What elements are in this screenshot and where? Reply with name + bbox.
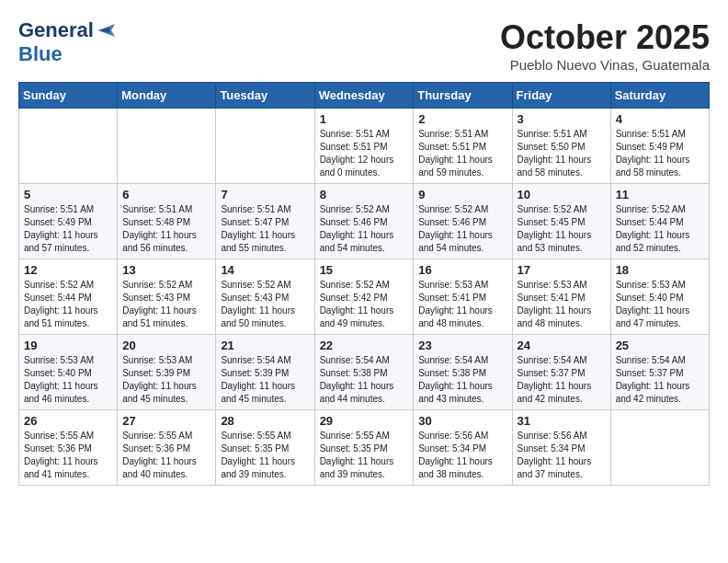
day-number: 4 <box>616 112 704 126</box>
calendar-week-row: 26Sunrise: 5:55 AM Sunset: 5:36 PM Dayli… <box>19 410 710 486</box>
day-number: 9 <box>418 188 506 201</box>
calendar-cell: 24Sunrise: 5:54 AM Sunset: 5:37 PM Dayli… <box>512 335 610 410</box>
calendar-cell: 4Sunrise: 5:51 AM Sunset: 5:49 PM Daylig… <box>610 109 709 184</box>
calendar-cell: 29Sunrise: 5:55 AM Sunset: 5:35 PM Dayli… <box>314 410 414 486</box>
day-info: Sunrise: 5:52 AM Sunset: 5:42 PM Dayligh… <box>320 279 409 330</box>
calendar-cell <box>610 410 709 486</box>
day-info: Sunrise: 5:55 AM Sunset: 5:36 PM Dayligh… <box>122 430 210 481</box>
calendar-header-wednesday: Wednesday <box>314 83 414 109</box>
day-info: Sunrise: 5:54 AM Sunset: 5:38 PM Dayligh… <box>418 354 506 406</box>
day-number: 6 <box>122 188 210 201</box>
calendar-header-monday: Monday <box>118 83 216 109</box>
day-info: Sunrise: 5:52 AM Sunset: 5:46 PM Dayligh… <box>320 203 409 255</box>
day-info: Sunrise: 5:52 AM Sunset: 5:44 PM Dayligh… <box>616 203 704 255</box>
day-info: Sunrise: 5:51 AM Sunset: 5:49 PM Dayligh… <box>616 128 704 179</box>
day-info: Sunrise: 5:51 AM Sunset: 5:50 PM Dayligh… <box>518 128 606 179</box>
day-number: 1 <box>320 112 409 126</box>
day-info: Sunrise: 5:51 AM Sunset: 5:51 PM Dayligh… <box>320 128 409 179</box>
day-number: 31 <box>518 414 606 428</box>
day-number: 27 <box>122 414 210 428</box>
calendar-cell: 1Sunrise: 5:51 AM Sunset: 5:51 PM Daylig… <box>314 109 414 184</box>
calendar-cell: 15Sunrise: 5:52 AM Sunset: 5:42 PM Dayli… <box>314 259 414 335</box>
calendar-header-sunday: Sunday <box>19 83 118 109</box>
day-number: 8 <box>320 188 409 201</box>
day-number: 15 <box>320 263 409 277</box>
day-info: Sunrise: 5:53 AM Sunset: 5:40 PM Dayligh… <box>616 279 704 330</box>
day-number: 13 <box>122 263 210 277</box>
day-info: Sunrise: 5:54 AM Sunset: 5:38 PM Dayligh… <box>320 354 409 406</box>
day-number: 19 <box>24 339 112 352</box>
calendar-header-saturday: Saturday <box>610 83 709 109</box>
day-info: Sunrise: 5:54 AM Sunset: 5:39 PM Dayligh… <box>221 354 309 406</box>
day-info: Sunrise: 5:56 AM Sunset: 5:34 PM Dayligh… <box>518 430 606 481</box>
calendar-cell: 2Sunrise: 5:51 AM Sunset: 5:51 PM Daylig… <box>414 109 512 184</box>
calendar-week-row: 5Sunrise: 5:51 AM Sunset: 5:49 PM Daylig… <box>19 184 710 259</box>
calendar-cell: 17Sunrise: 5:53 AM Sunset: 5:41 PM Dayli… <box>512 259 610 335</box>
day-info: Sunrise: 5:53 AM Sunset: 5:39 PM Dayligh… <box>122 354 210 406</box>
logo-blue-text: Blue <box>18 42 63 65</box>
calendar-cell: 13Sunrise: 5:52 AM Sunset: 5:43 PM Dayli… <box>118 259 216 335</box>
day-number: 10 <box>518 188 606 201</box>
day-info: Sunrise: 5:53 AM Sunset: 5:40 PM Dayligh… <box>24 354 112 406</box>
day-info: Sunrise: 5:54 AM Sunset: 5:37 PM Dayligh… <box>616 354 704 406</box>
day-info: Sunrise: 5:53 AM Sunset: 5:41 PM Dayligh… <box>518 279 606 330</box>
calendar-cell: 7Sunrise: 5:51 AM Sunset: 5:47 PM Daylig… <box>216 184 314 259</box>
day-number: 26 <box>24 414 112 428</box>
day-number: 28 <box>221 414 309 428</box>
day-number: 25 <box>616 339 704 352</box>
calendar-cell: 12Sunrise: 5:52 AM Sunset: 5:44 PM Dayli… <box>19 259 118 335</box>
day-info: Sunrise: 5:54 AM Sunset: 5:37 PM Dayligh… <box>518 354 606 406</box>
calendar-cell: 5Sunrise: 5:51 AM Sunset: 5:49 PM Daylig… <box>19 184 118 259</box>
day-info: Sunrise: 5:51 AM Sunset: 5:49 PM Dayligh… <box>24 203 112 255</box>
day-number: 30 <box>418 414 506 428</box>
day-info: Sunrise: 5:52 AM Sunset: 5:43 PM Dayligh… <box>122 279 210 330</box>
calendar-cell: 16Sunrise: 5:53 AM Sunset: 5:41 PM Dayli… <box>414 259 512 335</box>
calendar-cell: 23Sunrise: 5:54 AM Sunset: 5:38 PM Dayli… <box>414 335 512 410</box>
day-number: 21 <box>221 339 309 352</box>
day-number: 7 <box>221 188 309 201</box>
calendar-cell: 9Sunrise: 5:52 AM Sunset: 5:46 PM Daylig… <box>414 184 512 259</box>
day-info: Sunrise: 5:51 AM Sunset: 5:48 PM Dayligh… <box>122 203 210 255</box>
location: Pueblo Nuevo Vinas, Guatemala <box>500 57 710 73</box>
calendar-cell: 6Sunrise: 5:51 AM Sunset: 5:48 PM Daylig… <box>118 184 216 259</box>
day-info: Sunrise: 5:52 AM Sunset: 5:43 PM Dayligh… <box>221 279 309 330</box>
day-info: Sunrise: 5:55 AM Sunset: 5:35 PM Dayligh… <box>221 430 309 481</box>
day-number: 20 <box>122 339 210 352</box>
page-header: General Blue October 2025 Pueblo Nuevo V… <box>18 18 710 73</box>
calendar-week-row: 19Sunrise: 5:53 AM Sunset: 5:40 PM Dayli… <box>19 335 710 410</box>
day-number: 24 <box>518 339 606 352</box>
calendar-cell: 3Sunrise: 5:51 AM Sunset: 5:50 PM Daylig… <box>512 109 610 184</box>
day-number: 16 <box>418 263 506 277</box>
calendar-cell: 27Sunrise: 5:55 AM Sunset: 5:36 PM Dayli… <box>118 410 216 486</box>
day-number: 29 <box>320 414 409 428</box>
day-number: 2 <box>418 112 506 126</box>
title-block: October 2025 Pueblo Nuevo Vinas, Guatema… <box>500 18 710 73</box>
day-info: Sunrise: 5:53 AM Sunset: 5:41 PM Dayligh… <box>418 279 506 330</box>
calendar-header-thursday: Thursday <box>414 83 512 109</box>
calendar-cell: 11Sunrise: 5:52 AM Sunset: 5:44 PM Dayli… <box>610 184 709 259</box>
calendar-cell: 19Sunrise: 5:53 AM Sunset: 5:40 PM Dayli… <box>19 335 118 410</box>
calendar-cell: 20Sunrise: 5:53 AM Sunset: 5:39 PM Dayli… <box>118 335 216 410</box>
calendar-cell: 22Sunrise: 5:54 AM Sunset: 5:38 PM Dayli… <box>314 335 414 410</box>
calendar-cell: 31Sunrise: 5:56 AM Sunset: 5:34 PM Dayli… <box>512 410 610 486</box>
day-info: Sunrise: 5:52 AM Sunset: 5:46 PM Dayligh… <box>418 203 506 255</box>
calendar-header-friday: Friday <box>512 83 610 109</box>
day-number: 11 <box>616 188 704 201</box>
day-number: 3 <box>518 112 606 126</box>
day-info: Sunrise: 5:56 AM Sunset: 5:34 PM Dayligh… <box>418 430 506 481</box>
day-info: Sunrise: 5:55 AM Sunset: 5:35 PM Dayligh… <box>320 430 409 481</box>
logo: General Blue <box>18 18 117 66</box>
day-number: 23 <box>418 339 506 352</box>
day-number: 18 <box>616 263 704 277</box>
calendar-cell: 21Sunrise: 5:54 AM Sunset: 5:39 PM Dayli… <box>216 335 314 410</box>
calendar-week-row: 12Sunrise: 5:52 AM Sunset: 5:44 PM Dayli… <box>19 259 710 335</box>
calendar-cell: 26Sunrise: 5:55 AM Sunset: 5:36 PM Dayli… <box>19 410 118 486</box>
logo-plane-icon <box>97 22 117 39</box>
day-info: Sunrise: 5:51 AM Sunset: 5:47 PM Dayligh… <box>221 203 309 255</box>
day-info: Sunrise: 5:52 AM Sunset: 5:45 PM Dayligh… <box>518 203 606 255</box>
calendar-cell: 28Sunrise: 5:55 AM Sunset: 5:35 PM Dayli… <box>216 410 314 486</box>
calendar-week-row: 1Sunrise: 5:51 AM Sunset: 5:51 PM Daylig… <box>19 109 710 184</box>
calendar-cell: 10Sunrise: 5:52 AM Sunset: 5:45 PM Dayli… <box>512 184 610 259</box>
calendar-header-tuesday: Tuesday <box>216 83 314 109</box>
day-number: 17 <box>518 263 606 277</box>
